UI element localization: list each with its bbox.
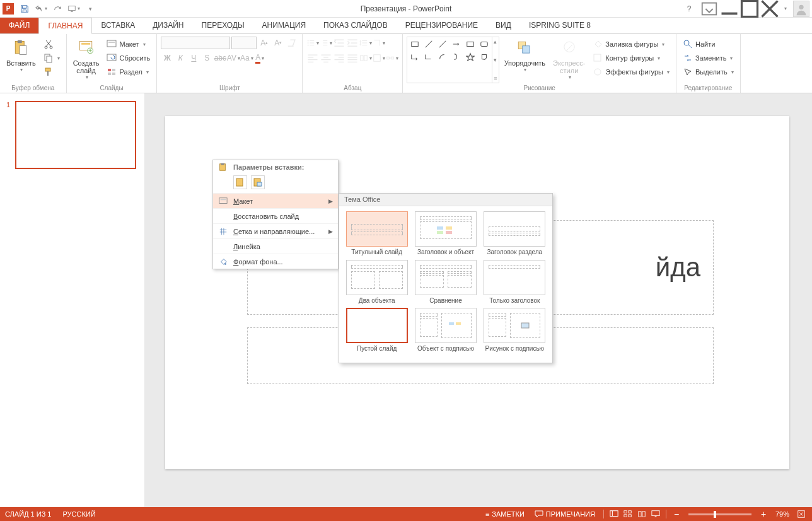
language-indicator[interactable]: РУССКИЙ: [62, 510, 95, 518]
normal-view-icon[interactable]: [608, 508, 620, 520]
maximize-button[interactable]: [740, 1, 759, 16]
italic-icon[interactable]: К: [174, 52, 187, 64]
shape-outline-button[interactable]: Контур фигуры▾: [590, 52, 672, 64]
select-button[interactable]: Выделить▾: [680, 66, 736, 78]
shape-effects-button[interactable]: Эффекты фигуры▾: [590, 66, 672, 78]
bullets-icon[interactable]: ▾: [306, 37, 319, 49]
zoom-in-icon[interactable]: +: [758, 508, 769, 520]
layout-comparison[interactable]: Сравнение: [413, 260, 478, 305]
columns-icon[interactable]: ▾: [359, 52, 372, 64]
layout-content-caption[interactable]: Объект с подписью: [413, 308, 478, 353]
tab-insert[interactable]: ВСТАВКА: [92, 17, 144, 33]
tab-view[interactable]: ВИД: [487, 17, 520, 33]
section-button[interactable]: Раздел▾: [104, 66, 153, 78]
reset-button[interactable]: Сбросить: [104, 52, 153, 64]
group-paragraph-label: Абзац: [306, 83, 398, 91]
tab-ispring[interactable]: ISPRING SUITE 8: [520, 17, 600, 33]
increase-font-icon[interactable]: A▴: [258, 37, 270, 49]
new-slide-button[interactable]: Создать слайд ▾: [71, 37, 102, 83]
find-button[interactable]: Найти: [680, 38, 736, 50]
redo-icon[interactable]: [49, 1, 66, 17]
user-avatar[interactable]: [793, 1, 809, 17]
start-from-beginning-icon[interactable]: ▾: [66, 1, 82, 17]
reading-view-icon[interactable]: [636, 508, 647, 520]
tab-transitions[interactable]: ПЕРЕХОДЫ: [193, 17, 253, 33]
minimize-button[interactable]: [720, 1, 739, 16]
close-button[interactable]: [760, 1, 779, 16]
tab-review[interactable]: РЕЦЕНЗИРОВАНИЕ: [397, 17, 487, 33]
fit-to-window-icon[interactable]: [796, 508, 807, 520]
paste-option-theme[interactable]: [233, 175, 247, 189]
ctx-restore-slide[interactable]: Восстановить слайд: [213, 208, 338, 223]
increase-indent-icon[interactable]: [346, 37, 359, 49]
comments-button[interactable]: ПРИМЕЧАНИЯ: [531, 510, 599, 518]
numbering-icon[interactable]: ▾: [320, 37, 332, 49]
format-painter-button[interactable]: [41, 66, 62, 78]
shape-fill-button[interactable]: Заливка фигуры▾: [590, 38, 672, 50]
arrange-button[interactable]: Упорядочить ▾: [502, 37, 548, 83]
tab-home[interactable]: ГЛАВНАЯ: [38, 18, 92, 34]
svg-rect-54: [629, 511, 631, 513]
slide-thumbnail-1[interactable]: [15, 101, 136, 169]
svg-rect-47: [437, 231, 443, 234]
ctx-grid-guides[interactable]: Сетка и направляющие... ▶: [213, 223, 338, 238]
layout-two-content[interactable]: Два объекта: [344, 260, 409, 305]
line-spacing-icon[interactable]: ▾: [359, 37, 372, 49]
zoom-level[interactable]: 79%: [775, 510, 789, 518]
tab-design[interactable]: ДИЗАЙН: [144, 17, 192, 33]
paste-button[interactable]: Вставить ▾: [4, 37, 38, 83]
layout-blank[interactable]: Пустой слайд: [344, 308, 409, 353]
bold-icon[interactable]: Ж: [161, 52, 173, 64]
help-icon[interactable]: ?: [680, 1, 699, 16]
slide-count[interactable]: СЛАЙД 1 ИЗ 1: [5, 510, 51, 518]
qat-customize-icon[interactable]: ▾: [82, 1, 98, 17]
font-color-icon[interactable]: A▾: [253, 52, 266, 64]
align-text-icon[interactable]: ▾: [373, 52, 385, 64]
char-spacing-icon[interactable]: AV▾: [227, 52, 240, 64]
ctx-format-background[interactable]: Формат фона...: [213, 254, 338, 269]
clear-formatting-icon[interactable]: [286, 37, 298, 49]
smartart-icon[interactable]: ▾: [386, 52, 398, 64]
ctx-ruler[interactable]: Линейка: [213, 238, 338, 254]
quick-styles-button[interactable]: Экспресс- стили ▾: [550, 37, 588, 83]
decrease-font-icon[interactable]: A▾: [272, 37, 284, 49]
copy-button[interactable]: ▾: [41, 52, 62, 64]
justify-icon[interactable]: [346, 52, 359, 64]
notes-button[interactable]: ≡ЗАМЕТКИ: [482, 510, 528, 518]
tab-slideshow[interactable]: ПОКАЗ СЛАЙДОВ: [315, 17, 397, 33]
shadow-icon[interactable]: S: [200, 52, 213, 64]
layout-title-slide[interactable]: Титульный слайд: [344, 211, 409, 256]
svg-rect-25: [374, 55, 381, 62]
layout-title-only[interactable]: Только заголовок: [482, 260, 547, 305]
font-size-input[interactable]: [231, 37, 257, 49]
tab-animations[interactable]: АНИМАЦИЯ: [253, 17, 315, 33]
decrease-indent-icon[interactable]: [333, 37, 345, 49]
zoom-slider[interactable]: [688, 513, 751, 515]
strikethrough-icon[interactable]: abc: [214, 52, 226, 64]
replace-button[interactable]: Заменить▾: [680, 52, 736, 64]
layout-button[interactable]: Макет▾: [104, 38, 153, 50]
align-left-icon[interactable]: [306, 52, 319, 64]
align-right-icon[interactable]: [333, 52, 345, 64]
text-direction-icon[interactable]: ▾: [373, 37, 385, 49]
change-case-icon[interactable]: Aa▾: [240, 52, 253, 64]
layout-picture-caption[interactable]: Рисунок с подписью: [482, 308, 547, 353]
shapes-gallery[interactable]: [407, 37, 492, 83]
undo-icon[interactable]: ▾: [33, 1, 49, 17]
slideshow-view-icon[interactable]: [650, 508, 661, 520]
tab-file[interactable]: ФАЙЛ: [0, 17, 38, 33]
ribbon-collapse-icon[interactable]: ▾: [780, 1, 789, 17]
underline-icon[interactable]: Ч: [187, 52, 200, 64]
paste-option-picture[interactable]: [251, 175, 265, 189]
zoom-out-icon[interactable]: −: [671, 508, 682, 520]
font-name-input[interactable]: [161, 37, 230, 49]
sorter-view-icon[interactable]: [622, 508, 634, 520]
section-icon: [107, 67, 117, 77]
save-icon[interactable]: [16, 1, 33, 17]
cut-button[interactable]: [41, 38, 62, 50]
ribbon-display-icon[interactable]: [700, 1, 719, 16]
align-center-icon[interactable]: [320, 52, 332, 64]
layout-title-content[interactable]: Заголовок и объект: [413, 211, 478, 256]
layout-section-header[interactable]: Заголовок раздела: [482, 211, 547, 256]
ctx-layout[interactable]: Макет ▶: [213, 193, 338, 208]
